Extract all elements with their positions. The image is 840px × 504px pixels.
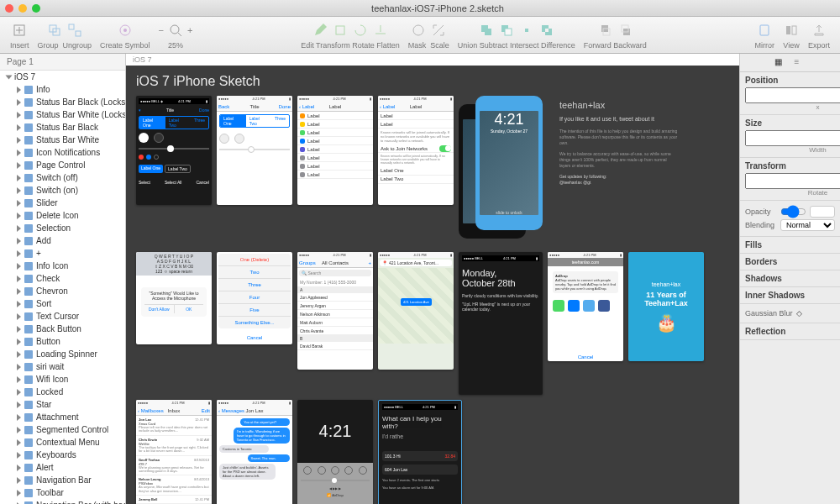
svg-point-6 (123, 29, 127, 32)
opacity-input[interactable] (810, 206, 836, 218)
layer-item[interactable]: Page Control (0, 159, 125, 171)
svg-rect-8 (336, 26, 344, 34)
layer-item[interactable]: siri wait (0, 360, 125, 373)
borders-section[interactable]: Borders (740, 254, 840, 270)
canvas[interactable]: iOS 7 iOS 7 iPhone Sketch ●●●●● BELL ◈4:… (126, 54, 739, 504)
traffic-lights (5, 4, 40, 13)
rotate-input[interactable] (745, 173, 840, 189)
flatten-icon[interactable] (372, 22, 389, 39)
ungroup-icon[interactable] (66, 22, 83, 39)
layer-item[interactable]: Switch (on) (0, 184, 125, 197)
export-button[interactable]: Export (808, 20, 830, 50)
layer-item[interactable]: Status Bar White (Lockscreen) (0, 108, 125, 121)
layer-item[interactable]: Contextual Menu (0, 436, 125, 449)
layer-item[interactable]: Attachment (0, 411, 125, 423)
shadows-section[interactable]: Shadows (740, 270, 840, 287)
create-symbol-button[interactable]: Create Symbol (100, 20, 150, 50)
difference-icon[interactable] (538, 22, 555, 39)
mask-icon[interactable] (410, 22, 427, 39)
symbol-icon (117, 22, 134, 39)
zoom-control[interactable]: − + 25% (159, 20, 193, 50)
layer-item[interactable]: Slider (0, 197, 125, 209)
artboard-settings[interactable]: ●●●●●4:21 PM▮ ‹ LabelLabel Label Label K… (378, 96, 454, 205)
layer-item[interactable]: Text Cursor (0, 310, 125, 323)
distribute-tab-icon[interactable]: ≡ (795, 57, 806, 69)
forward-icon[interactable] (596, 22, 613, 39)
mirror-button[interactable]: Mirror (755, 20, 775, 50)
layer-item[interactable]: Wifi Icon (0, 373, 125, 386)
layer-item[interactable]: Toolbar (0, 486, 125, 499)
layer-item[interactable]: Segmented Control (0, 423, 125, 436)
artboard-messages[interactable]: ●●●●●4:21 PM▮ ‹ MessagesJon Lax You at t… (217, 400, 292, 504)
backward-icon[interactable] (617, 22, 633, 39)
blending-select[interactable]: Normal (780, 219, 835, 231)
svg-rect-19 (792, 26, 796, 34)
layer-item[interactable]: Delete Icon (0, 209, 125, 222)
layer-item[interactable]: Star (0, 398, 125, 411)
artboard-mail[interactable]: ●●●●●4:21 PM▮ ‹ MailboxesInboxEdit Jon L… (136, 400, 212, 504)
minimize-window[interactable] (18, 4, 27, 13)
layer-item[interactable]: Back Button (0, 323, 125, 335)
artboard-map[interactable]: ●●●●●4:21 PM▮ 📍 421 Location Ave, Toront… (378, 252, 454, 370)
artboard-controls-dark[interactable]: ●●●●● BELL ◈4:21 PM▮ ▾TitleDone Label On… (136, 96, 212, 205)
layer-item[interactable]: Chevron (0, 285, 125, 297)
layer-item[interactable]: Info (0, 83, 125, 96)
artboard-actionsheet[interactable]: One (Delete) Two Three Four Five Somethi… (217, 252, 292, 344)
layer-item[interactable]: Check (0, 272, 125, 285)
reflection-section[interactable]: Reflection (740, 323, 840, 340)
artboard-notification-center[interactable]: ●●●●● BELL4:21 PM▮ Monday, October 28th … (459, 252, 543, 395)
layer-item[interactable]: Selection (0, 222, 125, 234)
artboard-contacts[interactable]: ●●●●●4:21 PM▮ GroupsAll Contacts+ 🔍 Sear… (297, 252, 373, 370)
layer-item[interactable]: Alert (0, 461, 125, 474)
info-panel: teehan+lax If you like it and use it, tw… (556, 96, 682, 247)
layer-item[interactable]: Navigation Bar (0, 474, 125, 486)
subtract-icon[interactable] (498, 22, 515, 39)
zoom-window[interactable] (32, 4, 40, 13)
width-input[interactable] (745, 130, 840, 146)
artboard-root[interactable]: iOS 7 (0, 71, 125, 83)
layer-item[interactable]: Button (0, 335, 125, 348)
inspector-panel[interactable]: ▦ ≡ Position x y Size Width Height Trans… (739, 54, 840, 504)
intersect-icon[interactable] (518, 22, 535, 39)
artboard-controls-light[interactable]: ●●●●●4:21 PM▮ BackTitleDone Label OneLab… (217, 96, 292, 205)
iphone-mockups[interactable]: 4:21 4:21Sunday, October 27slide to unlo… (459, 96, 551, 247)
inner-shadows-section[interactable]: Inner Shadows (740, 287, 840, 304)
layer-item[interactable]: Loading Spinner (0, 348, 125, 360)
group-icon[interactable] (46, 22, 63, 39)
layer-item[interactable]: Status Bar Black (Lockscreen) (0, 96, 125, 108)
layer-item[interactable]: Status Bar Black (0, 121, 125, 134)
layer-item[interactable]: Keyboards (0, 449, 125, 461)
align-tab-icon[interactable]: ▦ (774, 57, 786, 69)
edit-icon[interactable] (312, 22, 328, 39)
inspector-tabs[interactable]: ▦ ≡ (740, 54, 840, 72)
page-selector[interactable]: Page 1 (0, 54, 125, 71)
opacity-slider[interactable] (780, 206, 806, 218)
svg-rect-12 (525, 29, 528, 32)
artboard-bluecard[interactable]: teehan+lax 11 Years of Teehan+Lax 🎂 (628, 252, 704, 361)
layer-item[interactable]: Add (0, 234, 125, 247)
pos-x-input[interactable] (745, 87, 840, 103)
rotate-icon[interactable] (352, 22, 369, 39)
scale-icon[interactable] (430, 22, 447, 39)
transform-icon[interactable] (332, 22, 349, 39)
view-button[interactable]: View (783, 20, 800, 50)
layer-item[interactable]: Switch (off) (0, 171, 125, 184)
layers-panel[interactable]: Page 1 iOS 7 InfoStatus Bar Black (Locks… (0, 54, 126, 504)
artboard-siri[interactable]: ●●●●● BELL4:21 PM▮ What can I help you w… (378, 400, 462, 504)
union-icon[interactable] (478, 22, 495, 39)
fills-section[interactable]: Fills (740, 237, 840, 254)
svg-rect-3 (69, 24, 74, 29)
artboard-safari[interactable]: ●●●●●4:21 PM▮ teehanlax.com AdDrop AdDro… (548, 252, 623, 361)
insert-button[interactable]: Insert (10, 20, 29, 50)
layer-item[interactable]: Locked (0, 386, 125, 398)
close-window[interactable] (5, 4, 13, 13)
layer-item[interactable]: Sort (0, 297, 125, 310)
artboard-control-center[interactable]: 4:21 ◀ ▶▶ ▶ 📶 AirDrop (297, 400, 373, 504)
layer-item[interactable]: Icon Notifications (0, 146, 125, 159)
artboard-keyboard[interactable]: Q W E R T Y U I O P A S D F G H J K L ⇧ … (136, 252, 212, 344)
artboard-label-list[interactable]: ●●●●●4:21 PM▮ ‹ LabelLabel Label Label L… (297, 96, 373, 205)
layer-item[interactable]: Navigation Bar (with back) (0, 499, 125, 504)
layer-item[interactable]: + (0, 247, 125, 260)
layer-item[interactable]: Info Icon (0, 260, 125, 272)
layer-item[interactable]: Status Bar White (0, 134, 125, 146)
